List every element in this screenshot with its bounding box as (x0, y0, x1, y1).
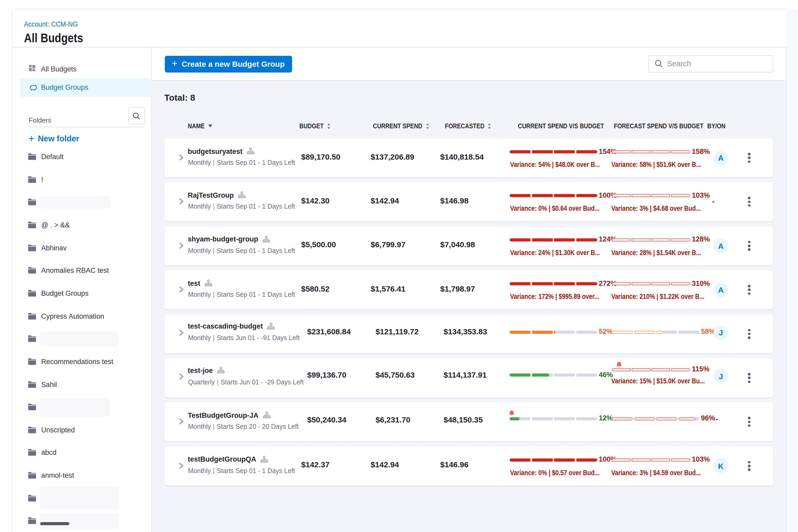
budget-group-name[interactable]: shyam-budget-group (188, 235, 258, 243)
row-actions-menu[interactable] (744, 197, 754, 207)
row-actions-menu[interactable] (744, 285, 754, 295)
owner-avatar[interactable]: K (714, 459, 728, 473)
kebab-dot (748, 249, 750, 251)
expand-row-chevron[interactable] (178, 242, 185, 249)
budget-group-row-test-cascading-budget[interactable]: test-cascading-budget Monthly|Starts Jun… (164, 314, 774, 353)
page-header: Account: CCM-NG All Budgets (13, 9, 786, 48)
kebab-dot (748, 380, 750, 383)
sidebar-item-all-budgets[interactable]: All Budgets (20, 60, 152, 78)
budget-group-row-shyam-budget-group[interactable]: shyam-budget-group Monthly|Starts Sep 01… (164, 226, 774, 265)
budget-group-row-test-joe[interactable]: test-joe Quarterly|Starts Jun 01 - -29 D… (164, 358, 774, 397)
budget-group-row-testBudgetGroupQA[interactable]: testBudgetGroupQA Monthly|Starts Sep 01 … (164, 446, 774, 486)
folder-item-anmol-test[interactable]: anmol-test (27, 468, 150, 483)
current-spend-amount: $6,799.97 (371, 240, 405, 249)
folder-item-abhinav[interactable]: Abhinav (27, 240, 150, 255)
search-input[interactable] (667, 60, 766, 68)
expand-row-chevron[interactable] (178, 418, 185, 425)
forecast-spend-percentage: 58% (701, 327, 715, 335)
column-header-budget[interactable]: BUDGET (299, 120, 330, 132)
folder-item-cypress-automation[interactable]: Cypress Automation (27, 308, 150, 324)
folder-item--[interactable]: ! (27, 172, 150, 187)
folder-item-redacted[interactable] (27, 491, 150, 506)
owner-avatar[interactable]: J (714, 369, 728, 383)
expand-row-chevron[interactable] (178, 373, 185, 380)
redacted-folder-name (40, 513, 119, 529)
expand-row-chevron[interactable] (178, 154, 185, 161)
chevron-right-icon (178, 242, 185, 249)
folder-icon (27, 198, 37, 206)
forecast-spend-percentage: 103% (692, 191, 710, 199)
chevron-right-icon (178, 462, 185, 470)
bar-segment (612, 194, 630, 197)
column-header-forecasted[interactable]: FORECASTED (445, 120, 491, 132)
budget-group-name[interactable]: RajTestGroup (188, 191, 234, 199)
account-breadcrumb-link[interactable]: Account: CCM-NG (24, 20, 78, 28)
kebab-dot (748, 461, 750, 463)
table-header: NAME BUDGET CURRENT SPEND FORECASTED CUR… (152, 120, 786, 132)
column-header-name[interactable]: NAME (188, 120, 212, 132)
folder-item-anomalies-rbac-test[interactable]: Anomalies RBAC test (27, 263, 150, 279)
folder-icon (27, 221, 37, 229)
budget-group-row-budgetsuryatest[interactable]: budgetsuryatest Monthly|Starts Sep 01 - … (164, 138, 774, 177)
folder-item-recommendations-test[interactable]: Recommendations test (27, 354, 150, 369)
new-folder-button[interactable]: + New folder (28, 133, 79, 144)
current-spend-variance: Variance: 172% | $995.89 over... (510, 292, 599, 300)
sort-icon (488, 123, 491, 129)
hierarchy-icon (267, 323, 275, 330)
budget-group-name[interactable]: budgetsuryatest (188, 147, 243, 155)
folder-icon (27, 517, 37, 525)
budget-group-row-test[interactable]: test Monthly|Starts Sep 01 - 1 Days Left… (164, 270, 774, 309)
current-spend-percentage: 12% (599, 414, 613, 422)
kebab-dot (748, 421, 750, 423)
row-actions-menu[interactable] (744, 417, 754, 427)
folder-item-label: Cypress Automation (41, 312, 104, 320)
folder-item-budget-groups[interactable]: Budget Groups (27, 286, 150, 301)
hierarchy-icon (205, 280, 212, 287)
owner-avatar[interactable]: J (714, 325, 728, 340)
folder-search-button[interactable] (128, 107, 145, 125)
folder-item-sahil[interactable]: Sahil (27, 377, 150, 392)
budget-group-name[interactable]: test-joe (188, 366, 213, 374)
kebab-dot (748, 337, 750, 339)
budget-group-name[interactable]: testBudgetGroupQA (188, 456, 256, 463)
folder-item--[interactable]: @ . > && (27, 217, 150, 233)
budget-group-name[interactable]: TestBudgetGroup-JA (188, 412, 259, 419)
folder-item-redacted[interactable] (27, 194, 150, 210)
expand-row-chevron[interactable] (178, 286, 185, 293)
folder-item-default[interactable]: Default (27, 149, 150, 165)
folder-item-label: Abhinav (41, 244, 67, 252)
row-actions-menu[interactable] (744, 153, 754, 163)
row-actions-menu[interactable] (744, 241, 754, 251)
folder-item-unscripted[interactable]: Unscripted (27, 422, 150, 438)
column-header-current-spend-v-s-budget: CURRENT SPEND V/S BUDGET (518, 120, 604, 132)
folder-item-label: ! (41, 175, 43, 183)
bar-segment (652, 368, 670, 372)
expand-row-chevron[interactable] (178, 462, 185, 470)
budget-group-name[interactable]: test-cascading-budget (188, 322, 263, 330)
total-count: Total: 8 (164, 93, 195, 103)
folder-icon (27, 358, 37, 366)
chevron-right-icon (178, 418, 185, 425)
redacted-text-smudge (40, 522, 69, 525)
sidebar-item-budget-groups[interactable]: Budget Groups (20, 78, 152, 97)
budget-amount: $5,500.00 (301, 240, 336, 249)
row-actions-menu[interactable] (744, 461, 754, 471)
folder-item-redacted[interactable] (27, 331, 150, 347)
expand-row-chevron[interactable] (178, 198, 185, 205)
owner-avatar[interactable]: A (714, 239, 728, 253)
budget-group-row-TestBudgetGroup-JA[interactable]: TestBudgetGroup-JA Monthly|Starts Sep 20… (164, 402, 774, 441)
budget-group-row-RajTestGroup[interactable]: RajTestGroup Monthly|Starts Sep 01 - 1 D… (164, 182, 774, 222)
owner-avatar[interactable]: A (714, 150, 728, 165)
create-budget-group-button[interactable]: + Create a new Budget Group (165, 56, 292, 72)
row-actions-menu[interactable] (744, 329, 754, 339)
kebab-dot (748, 160, 750, 163)
folder-item-abcd[interactable]: abcd (27, 445, 150, 460)
budget-group-name[interactable]: test (188, 279, 200, 287)
bar-segment (634, 417, 655, 420)
folder-item-redacted[interactable] (27, 513, 150, 529)
column-header-current-spend[interactable]: CURRENT SPEND (373, 120, 429, 132)
expand-row-chevron[interactable] (178, 329, 185, 336)
owner-avatar[interactable]: A (714, 282, 728, 297)
row-actions-menu[interactable] (744, 373, 754, 383)
folder-item-redacted[interactable] (27, 399, 150, 415)
